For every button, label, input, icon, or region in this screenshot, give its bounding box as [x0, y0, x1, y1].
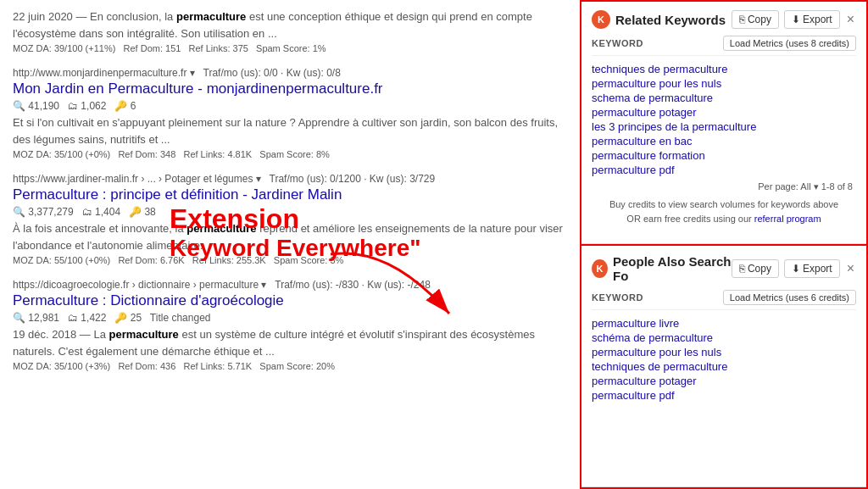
people-also-search-widget: K People Also Search Fo ⎘ Copy ⬇ Export …	[581, 246, 866, 488]
keyword-link[interactable]: permaculture potager	[592, 106, 697, 119]
keyword-link[interactable]: permaculture livre	[592, 317, 679, 330]
people-search-export-button[interactable]: ⬇ Export	[784, 259, 840, 278]
related-keywords-close-button[interactable]: ×	[845, 12, 856, 27]
list-item: permaculture pour les nuls	[592, 77, 856, 90]
result-3-url: https://www.jardiner-malin.fr › ... › Po…	[13, 173, 567, 185]
list-item: permaculture formation	[592, 149, 856, 162]
people-search-copy-button[interactable]: ⎘ Copy	[732, 259, 779, 278]
related-keywords-load-metrics-button[interactable]: Load Metrics (uses 8 credits)	[723, 36, 856, 51]
keyword-link[interactable]: permaculture en bac	[592, 135, 693, 147]
keyword-link[interactable]: techniques de permaculture	[592, 360, 727, 373]
keyword-link[interactable]: permaculture pour les nuls	[592, 346, 721, 358]
copy-icon: ⎘	[739, 14, 745, 25]
pagination-text: Per page: All ▾ 1-8 of 8	[758, 181, 853, 192]
list-item: permaculture pdf	[592, 389, 856, 402]
list-item: techniques de permaculture	[592, 360, 856, 373]
right-panel: K Related Keywords ⎘ Copy ⬇ Export × KEY…	[580, 0, 868, 489]
related-keywords-widget: K Related Keywords ⎘ Copy ⬇ Export × KEY…	[581, 2, 866, 244]
list-item: permaculture pdf	[592, 164, 856, 176]
result-1-moz: MOZ DA: 39/100 (+11%) Ref Dom: 151 Ref L…	[13, 43, 567, 53]
credits-line2: OR earn free credits using our	[626, 214, 751, 224]
export-icon: ⬇	[792, 14, 800, 25]
keyword-link[interactable]: permaculture potager	[592, 375, 697, 387]
people-also-search-subheader: KEYWORD Load Metrics (uses 6 credits)	[592, 290, 856, 310]
people-search-title-group: K People Also Search Fo	[592, 254, 732, 283]
result-3-title[interactable]: Permaculture : principe et définition - …	[13, 186, 567, 203]
copy-icon-2: ⎘	[739, 263, 745, 275]
arrow-graphic	[322, 237, 492, 342]
widget-title-group: K Related Keywords	[592, 10, 726, 29]
overlay-extension: Extension	[170, 203, 421, 235]
related-keywords-copy-button[interactable]: ⎘ Copy	[732, 10, 779, 29]
list-item: techniques de permaculture	[592, 63, 856, 75]
keyword-col-label: KEYWORD	[592, 38, 643, 48]
related-keywords-title: Related Keywords	[615, 13, 726, 27]
list-item: schéma de permaculture	[592, 331, 856, 344]
people-also-search-header: K People Also Search Fo ⎘ Copy ⬇ Export …	[592, 254, 856, 283]
referral-link[interactable]: referral program	[754, 214, 821, 224]
keyword-link[interactable]: schéma de permaculture	[592, 331, 713, 344]
list-item: permaculture potager	[592, 375, 856, 387]
keyword-link[interactable]: les 3 principes de la permaculture	[592, 120, 756, 133]
pagination-row: Per page: All ▾ 1-8 of 8	[592, 181, 856, 192]
result-4-moz: MOZ DA: 35/100 (+3%) Ref Dom: 436 Ref Li…	[13, 361, 567, 371]
list-item: schema de permaculture	[592, 92, 856, 104]
search-result-2: http://www.monjardinenpermaculture.fr ▾ …	[13, 67, 567, 159]
people-also-search-list: permaculture livre schéma de permacultur…	[592, 317, 856, 402]
list-item: permaculture pour les nuls	[592, 346, 856, 358]
related-keywords-header: K Related Keywords ⎘ Copy ⬇ Export ×	[592, 10, 856, 29]
list-item: permaculture potager	[592, 106, 856, 119]
related-keywords-actions: ⎘ Copy ⬇ Export ×	[732, 10, 856, 29]
related-keywords-list: techniques de permaculture permaculture …	[592, 63, 856, 176]
result-2-url: http://www.monjardinenpermaculture.fr ▾ …	[13, 67, 567, 79]
credits-line1: Buy credits to view search volumes for k…	[609, 199, 838, 209]
related-keywords-export-button[interactable]: ⬇ Export	[784, 10, 840, 29]
people-also-search-actions: ⎘ Copy ⬇ Export ×	[732, 259, 856, 278]
keyword-link[interactable]: permaculture pdf	[592, 389, 675, 402]
keyword-link[interactable]: permaculture pour les nuls	[592, 77, 721, 90]
keyword-link[interactable]: techniques de permaculture	[592, 63, 727, 75]
keyword-link[interactable]: schema de permaculture	[592, 92, 713, 104]
result-2-stats: 🔍 41,190 🗂 1,062 🔑 6	[13, 100, 567, 112]
related-keywords-subheader: KEYWORD Load Metrics (uses 8 credits)	[592, 36, 856, 56]
credits-notice: Buy credits to view search volumes for k…	[592, 197, 856, 225]
result-2-snippet: Et si l'on cultivait en s'appuyant plein…	[13, 114, 567, 147]
search-result-1: 22 juin 2020 — En conclusion, la permacu…	[13, 8, 567, 53]
list-item: permaculture livre	[592, 317, 856, 330]
export-icon-2: ⬇	[792, 263, 800, 275]
search-results-panel: 22 juin 2020 — En conclusion, la permacu…	[0, 0, 580, 489]
people-also-search-title: People Also Search Fo	[613, 254, 732, 283]
keyword-everywhere-icon: K	[592, 10, 610, 29]
result-2-title[interactable]: Mon Jardin en Permaculture - monjardinen…	[13, 81, 567, 97]
people-keyword-col-label: KEYWORD	[592, 292, 643, 303]
people-search-load-metrics-button[interactable]: Load Metrics (uses 6 credits)	[723, 290, 856, 305]
result-2-moz: MOZ DA: 35/100 (+0%) Ref Dom: 348 Ref Li…	[13, 149, 567, 159]
result-1-snippet: 22 juin 2020 — En conclusion, la permacu…	[13, 8, 567, 42]
keyword-link[interactable]: permaculture formation	[592, 149, 705, 162]
people-search-icon: K	[592, 259, 608, 278]
keyword-link[interactable]: permaculture pdf	[592, 164, 675, 176]
list-item: les 3 principes de la permaculture	[592, 120, 856, 133]
people-search-close-button[interactable]: ×	[845, 261, 856, 276]
list-item: permaculture en bac	[592, 135, 856, 147]
